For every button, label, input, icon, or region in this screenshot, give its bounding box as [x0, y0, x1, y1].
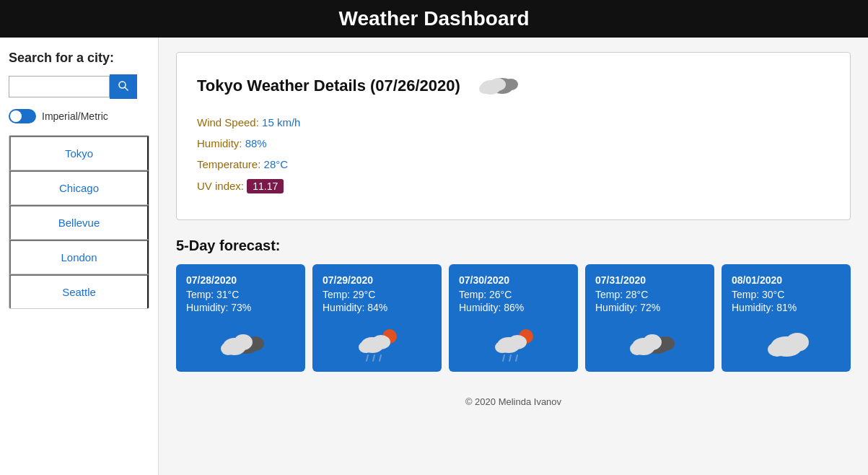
- forecast-day-2: 07/29/2020 Temp: 29°C Humidity: 84%: [312, 264, 442, 372]
- search-row: [9, 74, 149, 99]
- svg-point-5: [490, 78, 506, 91]
- tokyo-weather-icon: [475, 70, 518, 102]
- forecast-title: 5-Day forecast:: [176, 238, 851, 254]
- humidity-row: Humidity: 88%: [197, 137, 830, 149]
- forecast-temp-3: Temp: 26°C: [459, 289, 512, 300]
- search-label: Search for a city:: [9, 51, 149, 66]
- forecast-icon-area-1: [186, 325, 295, 361]
- toggle-label: Imperial/Metric: [42, 110, 108, 122]
- svg-point-33: [768, 342, 786, 357]
- svg-point-14: [372, 335, 390, 349]
- main-layout: Search for a city: Imperial/Metric Tokyo…: [0, 38, 868, 475]
- cloud-rain-icon: [475, 70, 518, 99]
- cloudy-dark-icon-4: [625, 325, 675, 361]
- forecast-date-1: 07/28/2020: [186, 274, 237, 286]
- forecast-day-4: 07/31/2020 Temp: 28°C Humidity: 72%: [585, 264, 714, 372]
- forecast-date-3: 07/30/2020: [459, 274, 509, 286]
- city-item-bellevue[interactable]: Bellevue: [9, 205, 149, 240]
- page-header: Weather Dashboard: [0, 0, 868, 38]
- svg-line-16: [367, 355, 368, 361]
- main-content: Tokyo Weather Details (07/26/2020) Win: [159, 38, 868, 475]
- rain-sun-icon-3: [488, 325, 539, 365]
- svg-point-30: [630, 342, 644, 355]
- forecast-temp-5: Temp: 30°C: [732, 289, 784, 300]
- uv-label: UV index:: [197, 180, 244, 192]
- svg-point-11: [221, 342, 235, 355]
- svg-point-32: [786, 333, 809, 352]
- city-item-seattle[interactable]: Seattle: [9, 274, 149, 308]
- footer: © 2020 Melinda Ivanov: [176, 389, 851, 410]
- city-list: Tokyo Chicago Bellevue London Seattle: [9, 135, 149, 309]
- uv-badge: 11.17: [247, 179, 284, 193]
- svg-point-15: [359, 341, 373, 353]
- city-item-tokyo[interactable]: Tokyo: [9, 136, 149, 170]
- uv-row: UV index: 11.17: [197, 179, 830, 193]
- svg-point-21: [508, 335, 527, 349]
- forecast-icon-area-4: [595, 325, 704, 361]
- forecast-temp-2: Temp: 29°C: [323, 289, 375, 300]
- forecast-date-2: 07/29/2020: [323, 274, 373, 286]
- forecast-humidity-3: Humidity: 86%: [459, 302, 524, 313]
- footer-text: © 2020 Melinda Ivanov: [465, 396, 561, 407]
- forecast-day-1: 07/28/2020 Temp: 31°C Humidity: 73%: [176, 264, 305, 372]
- sidebar: Search for a city: Imperial/Metric Tokyo…: [0, 38, 159, 475]
- cloudy-icon-1: [216, 325, 266, 361]
- city-item-chicago[interactable]: Chicago: [9, 170, 149, 205]
- search-icon: [118, 81, 128, 91]
- humidity-value: 88%: [245, 137, 267, 149]
- svg-line-18: [380, 355, 381, 361]
- wind-label: Wind Speed:: [197, 116, 259, 128]
- weather-detail-card: Tokyo Weather Details (07/26/2020) Win: [176, 52, 851, 220]
- wind-value: 15 km/h: [262, 116, 300, 128]
- forecast-temp-1: Temp: 31°C: [186, 289, 239, 300]
- forecast-date-5: 08/01/2020: [732, 274, 782, 286]
- forecast-icon-area-5: [732, 325, 841, 361]
- svg-point-6: [479, 84, 491, 94]
- search-button[interactable]: [110, 74, 137, 99]
- city-item-london[interactable]: London: [9, 240, 149, 274]
- forecast-icon-area-3: [459, 325, 568, 365]
- forecast-humidity-4: Humidity: 72%: [595, 302, 660, 313]
- svg-point-10: [234, 334, 253, 350]
- svg-line-23: [503, 355, 504, 361]
- rain-sun-icon-2: [352, 325, 403, 365]
- forecast-date-4: 07/31/2020: [595, 274, 646, 286]
- humidity-label: Humidity:: [197, 137, 242, 149]
- forecast-cards: 07/28/2020 Temp: 31°C Humidity: 73%: [176, 264, 851, 372]
- forecast-day-3: 07/30/2020 Temp: 26°C Humidity: 86%: [449, 264, 578, 372]
- svg-line-1: [125, 87, 128, 90]
- forecast-humidity-1: Humidity: 73%: [186, 302, 251, 313]
- cloud-only-icon-5: [761, 325, 812, 361]
- svg-point-29: [643, 334, 662, 350]
- page-title: Weather Dashboard: [339, 7, 530, 30]
- svg-line-25: [516, 355, 517, 361]
- forecast-day-5: 08/01/2020 Temp: 30°C Humidity: 81%: [722, 264, 851, 372]
- detail-title: Tokyo Weather Details (07/26/2020): [197, 77, 460, 95]
- temperature-row: Temperature: 28°C: [197, 158, 830, 170]
- wind-speed-row: Wind Speed: 15 km/h: [197, 116, 830, 128]
- forecast-humidity-2: Humidity: 84%: [323, 302, 387, 313]
- toggle-row: Imperial/Metric: [9, 109, 149, 123]
- temp-label: Temperature:: [197, 158, 260, 170]
- detail-header: Tokyo Weather Details (07/26/2020): [197, 70, 830, 102]
- forecast-section: 5-Day forecast: 07/28/2020 Temp: 31°C Hu…: [176, 238, 851, 372]
- forecast-temp-4: Temp: 28°C: [595, 289, 648, 300]
- search-input[interactable]: [9, 76, 110, 97]
- svg-line-17: [373, 355, 374, 361]
- imperial-metric-toggle[interactable]: [9, 109, 36, 123]
- temp-value: 28°C: [264, 158, 289, 170]
- forecast-icon-area-2: [323, 325, 431, 365]
- svg-line-24: [509, 355, 511, 361]
- forecast-humidity-5: Humidity: 81%: [732, 302, 797, 313]
- svg-point-22: [495, 341, 509, 353]
